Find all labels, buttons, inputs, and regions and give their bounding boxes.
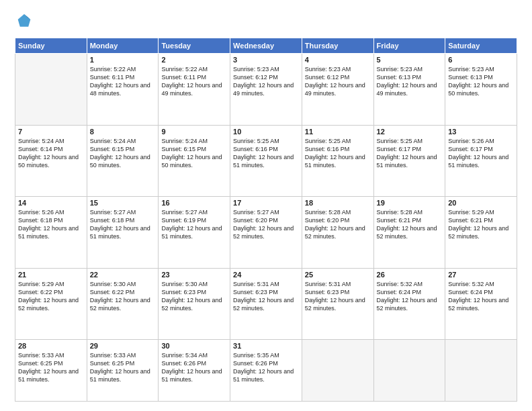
cell-info: Sunrise: 5:28 AMSunset: 6:20 PMDaylight:… <box>305 208 371 241</box>
calendar-cell: 14 Sunrise: 5:26 AMSunset: 6:18 PMDaylig… <box>15 197 87 269</box>
calendar-week-row: 21 Sunrise: 5:29 AMSunset: 6:22 PMDaylig… <box>15 268 517 340</box>
day-number: 12 <box>377 128 443 136</box>
day-number: 26 <box>377 271 443 279</box>
day-number: 13 <box>448 128 514 136</box>
day-number: 3 <box>233 56 299 64</box>
cell-info: Sunrise: 5:22 AMSunset: 6:11 PMDaylight:… <box>161 65 227 98</box>
calendar-cell: 3 Sunrise: 5:23 AMSunset: 6:12 PMDayligh… <box>230 54 302 126</box>
cell-info: Sunrise: 5:34 AMSunset: 6:26 PMDaylight:… <box>161 351 227 384</box>
day-number: 19 <box>377 199 443 207</box>
calendar-cell: 5 Sunrise: 5:23 AMSunset: 6:13 PMDayligh… <box>373 54 445 126</box>
calendar-cell: 26 Sunrise: 5:32 AMSunset: 6:24 PMDaylig… <box>373 268 445 340</box>
calendar-cell: 28 Sunrise: 5:33 AMSunset: 6:25 PMDaylig… <box>15 340 87 402</box>
day-number: 18 <box>305 199 371 207</box>
day-number: 9 <box>161 128 227 136</box>
calendar-cell: 19 Sunrise: 5:28 AMSunset: 6:21 PMDaylig… <box>373 197 445 269</box>
calendar-cell: 12 Sunrise: 5:25 AMSunset: 6:17 PMDaylig… <box>373 125 445 197</box>
day-number: 28 <box>18 342 84 350</box>
calendar-week-row: 28 Sunrise: 5:33 AMSunset: 6:25 PMDaylig… <box>15 340 517 402</box>
calendar-cell: 2 Sunrise: 5:22 AMSunset: 6:11 PMDayligh… <box>159 54 230 126</box>
weekday-header-sunday: Sunday <box>15 38 87 54</box>
cell-info: Sunrise: 5:35 AMSunset: 6:26 PMDaylight:… <box>233 351 299 384</box>
cell-info: Sunrise: 5:31 AMSunset: 6:23 PMDaylight:… <box>233 280 299 313</box>
day-number: 8 <box>90 128 156 136</box>
cell-info: Sunrise: 5:32 AMSunset: 6:24 PMDaylight:… <box>448 280 514 313</box>
day-number: 27 <box>448 271 514 279</box>
page: SundayMondayTuesdayWednesdayThursdayFrid… <box>0 0 532 411</box>
day-number: 15 <box>90 199 156 207</box>
weekday-header-thursday: Thursday <box>302 38 373 54</box>
cell-info: Sunrise: 5:24 AMSunset: 6:14 PMDaylight:… <box>18 137 84 170</box>
calendar-cell <box>15 54 87 126</box>
cell-info: Sunrise: 5:32 AMSunset: 6:24 PMDaylight:… <box>377 280 443 313</box>
logo <box>15 12 36 31</box>
calendar-week-row: 7 Sunrise: 5:24 AMSunset: 6:14 PMDayligh… <box>15 125 517 197</box>
cell-info: Sunrise: 5:22 AMSunset: 6:11 PMDaylight:… <box>90 65 156 98</box>
day-number: 5 <box>377 56 443 64</box>
day-number: 30 <box>161 342 227 350</box>
day-number: 16 <box>161 199 227 207</box>
cell-info: Sunrise: 5:24 AMSunset: 6:15 PMDaylight:… <box>90 137 156 170</box>
day-number: 10 <box>233 128 299 136</box>
cell-info: Sunrise: 5:25 AMSunset: 6:17 PMDaylight:… <box>377 137 443 170</box>
calendar-cell: 29 Sunrise: 5:33 AMSunset: 6:25 PMDaylig… <box>87 340 159 402</box>
logo-icon <box>15 12 34 31</box>
calendar-cell: 16 Sunrise: 5:27 AMSunset: 6:19 PMDaylig… <box>159 197 230 269</box>
weekday-header-friday: Friday <box>373 38 445 54</box>
calendar-cell: 31 Sunrise: 5:35 AMSunset: 6:26 PMDaylig… <box>230 340 302 402</box>
day-number: 14 <box>18 199 84 207</box>
calendar-cell: 15 Sunrise: 5:27 AMSunset: 6:18 PMDaylig… <box>87 197 159 269</box>
calendar-cell: 23 Sunrise: 5:30 AMSunset: 6:23 PMDaylig… <box>159 268 230 340</box>
weekday-header-row: SundayMondayTuesdayWednesdayThursdayFrid… <box>15 38 517 54</box>
calendar-cell: 22 Sunrise: 5:30 AMSunset: 6:22 PMDaylig… <box>87 268 159 340</box>
cell-info: Sunrise: 5:23 AMSunset: 6:13 PMDaylight:… <box>377 65 443 98</box>
calendar-cell: 1 Sunrise: 5:22 AMSunset: 6:11 PMDayligh… <box>87 54 159 126</box>
cell-info: Sunrise: 5:27 AMSunset: 6:18 PMDaylight:… <box>90 208 156 241</box>
calendar-cell: 7 Sunrise: 5:24 AMSunset: 6:14 PMDayligh… <box>15 125 87 197</box>
calendar-cell: 9 Sunrise: 5:24 AMSunset: 6:15 PMDayligh… <box>159 125 230 197</box>
calendar-cell: 21 Sunrise: 5:29 AMSunset: 6:22 PMDaylig… <box>15 268 87 340</box>
calendar-cell: 6 Sunrise: 5:23 AMSunset: 6:13 PMDayligh… <box>445 54 517 126</box>
calendar-cell <box>445 340 517 402</box>
day-number: 23 <box>161 271 227 279</box>
day-number: 11 <box>305 128 371 136</box>
cell-info: Sunrise: 5:31 AMSunset: 6:23 PMDaylight:… <box>305 280 371 313</box>
calendar-cell: 10 Sunrise: 5:25 AMSunset: 6:16 PMDaylig… <box>230 125 302 197</box>
cell-info: Sunrise: 5:23 AMSunset: 6:12 PMDaylight:… <box>305 65 371 98</box>
cell-info: Sunrise: 5:26 AMSunset: 6:18 PMDaylight:… <box>18 208 84 241</box>
cell-info: Sunrise: 5:25 AMSunset: 6:16 PMDaylight:… <box>305 137 371 170</box>
day-number: 21 <box>18 271 84 279</box>
day-number: 4 <box>305 56 371 64</box>
weekday-header-monday: Monday <box>87 38 159 54</box>
header <box>15 12 517 31</box>
weekday-header-saturday: Saturday <box>445 38 517 54</box>
day-number: 2 <box>161 56 227 64</box>
calendar-cell: 20 Sunrise: 5:29 AMSunset: 6:21 PMDaylig… <box>445 197 517 269</box>
calendar-cell: 27 Sunrise: 5:32 AMSunset: 6:24 PMDaylig… <box>445 268 517 340</box>
day-number: 22 <box>90 271 156 279</box>
cell-info: Sunrise: 5:29 AMSunset: 6:21 PMDaylight:… <box>448 208 514 241</box>
cell-info: Sunrise: 5:30 AMSunset: 6:22 PMDaylight:… <box>90 280 156 313</box>
cell-info: Sunrise: 5:29 AMSunset: 6:22 PMDaylight:… <box>18 280 84 313</box>
calendar-cell: 4 Sunrise: 5:23 AMSunset: 6:12 PMDayligh… <box>302 54 373 126</box>
calendar-week-row: 14 Sunrise: 5:26 AMSunset: 6:18 PMDaylig… <box>15 197 517 269</box>
calendar-cell: 18 Sunrise: 5:28 AMSunset: 6:20 PMDaylig… <box>302 197 373 269</box>
calendar-cell: 24 Sunrise: 5:31 AMSunset: 6:23 PMDaylig… <box>230 268 302 340</box>
cell-info: Sunrise: 5:30 AMSunset: 6:23 PMDaylight:… <box>161 280 227 313</box>
day-number: 6 <box>448 56 514 64</box>
cell-info: Sunrise: 5:33 AMSunset: 6:25 PMDaylight:… <box>90 351 156 384</box>
calendar-cell: 17 Sunrise: 5:27 AMSunset: 6:20 PMDaylig… <box>230 197 302 269</box>
cell-info: Sunrise: 5:33 AMSunset: 6:25 PMDaylight:… <box>18 351 84 384</box>
day-number: 7 <box>18 128 84 136</box>
calendar-cell <box>373 340 445 402</box>
weekday-header-wednesday: Wednesday <box>230 38 302 54</box>
day-number: 17 <box>233 199 299 207</box>
calendar-cell <box>302 340 373 402</box>
svg-marker-0 <box>18 14 31 27</box>
cell-info: Sunrise: 5:23 AMSunset: 6:13 PMDaylight:… <box>448 65 514 98</box>
day-number: 1 <box>90 56 156 64</box>
day-number: 29 <box>90 342 156 350</box>
calendar-cell: 13 Sunrise: 5:26 AMSunset: 6:17 PMDaylig… <box>445 125 517 197</box>
cell-info: Sunrise: 5:23 AMSunset: 6:12 PMDaylight:… <box>233 65 299 98</box>
calendar-cell: 8 Sunrise: 5:24 AMSunset: 6:15 PMDayligh… <box>87 125 159 197</box>
